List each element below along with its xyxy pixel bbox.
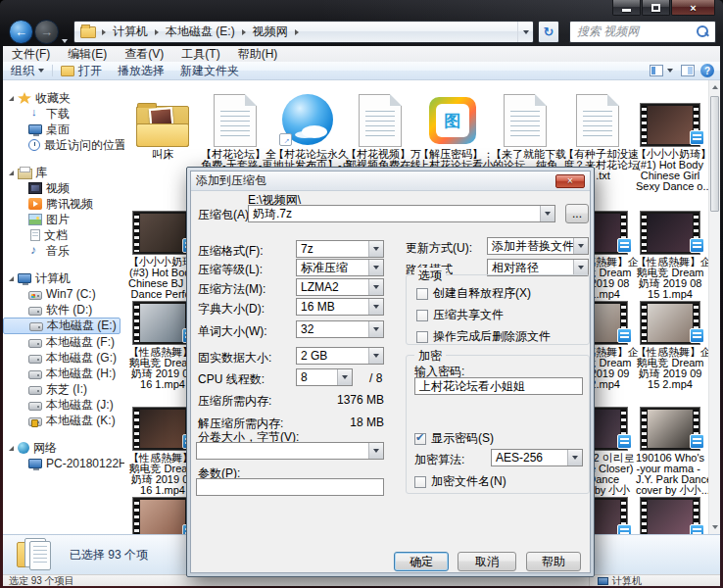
password-input[interactable]: 上村花论坛看小姐姐 [414,377,583,395]
change-view-button[interactable] [648,65,675,76]
checkbox-icon[interactable] [414,476,426,488]
vertical-scrollbar[interactable] [708,80,720,534]
scroll-down-button[interactable] [709,520,721,534]
scroll-up-button[interactable] [709,80,721,94]
maximize-button[interactable] [642,0,670,16]
dialog-field-combo[interactable]: 32 [296,320,384,338]
sidebar-item[interactable]: 图片 [3,212,124,227]
organize-button[interactable]: 组织 [3,62,52,79]
search-input[interactable]: 搜索 视频网 [569,21,716,43]
open-button[interactable]: 打开 [53,62,110,79]
show-password-checkbox[interactable]: 显示密码(S) [414,430,494,447]
browse-button[interactable]: ... [565,204,589,223]
dialog-field-combo[interactable]: 16 MB [296,298,384,316]
dropdown-arrow-icon[interactable] [368,279,383,295]
recent-pages-chevron-icon[interactable] [62,29,68,47]
breadcrumb-item[interactable]: 计算机 [108,24,153,40]
sidebar-item[interactable]: PC-20180122HRSM [3,456,124,471]
dialog-titlebar[interactable]: 添加到压缩包 × [191,172,590,191]
file-item[interactable]: 【来了就能下载的论坛，纯免 [491,86,559,171]
breadcrumb-item[interactable]: 视频网 [248,24,293,40]
sidebar-item[interactable]: 腾讯视频 [3,196,124,212]
encryption-method-combo[interactable]: AES-256 [491,449,583,466]
minimize-button[interactable] [612,0,641,16]
file-item[interactable]: 【性感熱舞】企鹅电竞 Dream奶琦 2019 0915 2.mp4 [636,284,704,390]
breadcrumb-dropdown-button[interactable] [517,22,533,42]
sidebar-item[interactable]: 本地磁盘 (F:) [3,334,124,350]
file-item[interactable]: 【村花论坛永久地址发布页】-点 [273,86,342,171]
sidebar-section-star[interactable]: 收藏夹 [3,90,124,106]
close-button[interactable]: × [671,0,715,16]
checkbox-checked-icon[interactable] [414,433,426,445]
dropdown-arrow-icon[interactable] [368,443,383,459]
checkbox-icon[interactable] [416,331,428,343]
breadcrumb-item[interactable]: 本地磁盘 (E:) [161,24,240,40]
search-icon[interactable] [697,25,709,38]
menu-item[interactable]: 文件(F) [3,46,59,62]
dialog-field-combo[interactable]: 2 GB [296,347,384,365]
file-item[interactable]: 【村花视频】万部视频免费在线 [346,86,414,171]
expand-arrow-icon[interactable] [9,96,14,101]
parameters-input[interactable] [196,478,384,496]
sidebar-item[interactable]: 本地磁盘 (K:) [3,413,124,428]
sidebar-item[interactable]: 本地磁盘 (H:) [3,366,124,381]
refresh-button[interactable]: ↻ [538,21,559,43]
dropdown-arrow-icon[interactable] [573,260,588,275]
option-checkbox[interactable]: 创建自释放程序(X) [416,285,531,302]
help-icon[interactable]: ? [700,64,714,77]
menu-item[interactable]: 查看(V) [116,46,172,62]
expand-arrow-icon[interactable] [9,276,14,281]
expand-arrow-icon[interactable] [9,171,14,175]
checkbox-icon[interactable] [416,288,428,300]
dropdown-arrow-icon[interactable] [337,369,352,385]
encrypt-filenames-checkbox[interactable]: 加密文件名(N) [414,473,506,490]
dialog-field-combo[interactable]: 8 [296,368,353,386]
ok-button[interactable]: 确定 [394,552,449,571]
sidebar-item[interactable]: 最近访问的位置 [3,137,124,153]
checkbox-icon[interactable] [416,310,428,321]
option-checkbox[interactable]: 操作完成后删除源文件 [416,328,551,345]
sidebar-item[interactable]: 软件 (D:) [3,302,124,318]
file-item[interactable]: 叫床 [128,86,197,160]
dropdown-arrow-icon[interactable] [368,299,383,315]
new-folder-button[interactable]: 新建文件夹 [172,62,247,79]
volume-size-combo[interactable] [196,442,384,460]
option-checkbox[interactable]: 压缩共享文件 [416,307,504,323]
cancel-button[interactable]: 取消 [458,552,516,571]
file-item[interactable]: 【村花论坛】全免费-无套路-更 [201,86,269,171]
sidebar-item[interactable]: 文档 [3,227,124,243]
scrollbar-thumb[interactable] [710,96,719,212]
preview-pane-icon[interactable] [681,65,695,76]
dropdown-arrow-icon[interactable] [368,321,383,337]
menu-item[interactable]: 编辑(E) [59,46,116,62]
dialog-field-combo[interactable]: 标准压缩 [296,259,384,276]
dialog-field-combo[interactable]: 添加并替换文件 [487,237,589,255]
sidebar-item[interactable]: 本地磁盘 (G:) [3,350,124,366]
play-selection-button[interactable]: 播放选择 [110,62,172,79]
dropdown-arrow-icon[interactable] [540,206,554,221]
dialog-field-combo[interactable]: 7z [296,240,384,258]
sidebar-item[interactable]: 本地磁盘 (E:) [3,318,120,334]
menu-item[interactable]: 帮助(H) [229,46,287,62]
sidebar-item[interactable]: 音乐 [3,243,124,259]
dropdown-arrow-icon[interactable] [567,450,582,466]
file-item[interactable]: 【小小小奶琦】(#1) Hot BodyChinese GirlSexy Dan… [636,86,704,192]
dropdown-arrow-icon[interactable] [573,238,588,254]
forward-button[interactable]: → [34,20,59,44]
dropdown-arrow-icon[interactable] [368,348,383,364]
dropdown-arrow-icon[interactable] [368,260,383,275]
file-item[interactable]: 190221 Ain't A [636,480,704,534]
sidebar-item[interactable]: 下载 [3,106,124,122]
sidebar-item[interactable]: 本地磁盘 (J:) [3,397,124,413]
help-button[interactable]: 帮助 [526,552,581,571]
archive-name-combo[interactable]: 奶琦.7z [248,205,555,222]
file-item[interactable]: 【解压密码】：上村花论坛看小 [418,86,487,171]
menu-item[interactable]: 工具(T) [172,46,228,62]
back-button[interactable]: ← [9,20,33,44]
dialog-field-combo[interactable]: LZMA2 [296,278,384,296]
sidebar-item[interactable]: 视频 [3,180,124,196]
sidebar-item[interactable]: 东芝 (I:) [3,381,124,397]
sidebar-item[interactable]: 桌面 [3,122,124,137]
sidebar-section-library[interactable]: 库 [3,165,124,180]
expand-arrow-icon[interactable] [9,446,14,451]
